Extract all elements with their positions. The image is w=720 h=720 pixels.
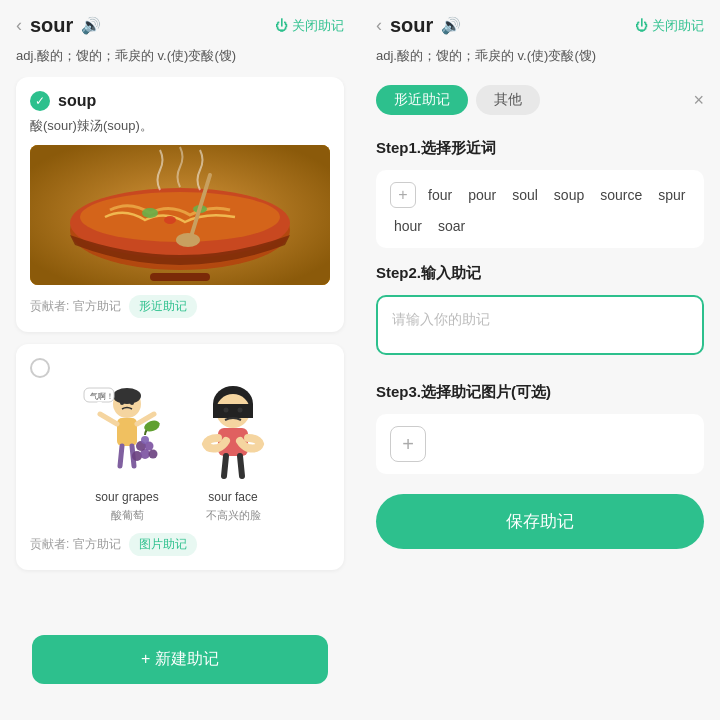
image-picker: + [376,414,704,474]
svg-rect-18 [117,418,137,446]
left-header: ‹ sour 🔊 ⏻ 关闭助记 [0,0,360,45]
illustrations-row: 气啊！ [30,386,330,523]
card-illus-contributor: 贡献者: 官方助记 [30,536,121,553]
right-close-label: 关闭助记 [652,17,704,35]
left-panel: ‹ sour 🔊 ⏻ 关闭助记 adj.酸的；馊的；乖戾的 v.(使)变酸(馊)… [0,0,360,720]
illus-sour-grapes-label: sour grapes [95,490,158,504]
word-chip-soul[interactable]: soul [508,185,542,205]
right-power-icon: ⏻ [635,18,648,33]
right-close-button[interactable]: ⏻ 关闭助记 [635,17,704,35]
card-soup-contributor: 贡献者: 官方助记 [30,298,121,315]
add-word-chip-button[interactable]: + [390,182,416,208]
left-bottom: + 新建助记 [0,623,360,720]
right-header: ‹ sour 🔊 ⏻ 关闭助记 [360,0,720,45]
left-word-title: sour [30,14,73,37]
card-soup-tag-btn[interactable]: 形近助记 [129,295,197,318]
word-chip-source[interactable]: source [596,185,646,205]
svg-point-27 [149,450,158,459]
card-illus-tag-btn[interactable]: 图片助记 [129,533,197,556]
svg-point-33 [224,408,229,413]
step3-title: Step3.选择助记图片(可选) [376,383,704,402]
card-soup-title: soup [58,92,96,110]
word-chip-spur[interactable]: spur [654,185,689,205]
illus-sour-grapes: 气啊！ [82,386,172,523]
svg-point-7 [164,216,176,224]
svg-line-36 [224,456,226,476]
right-back-button[interactable]: ‹ [376,15,382,36]
form-content: Step1.选择形近词 + four pour soul soup source… [360,123,720,720]
card-soup: ✓ soup 酸(sour)辣汤(soup)。 [16,77,344,332]
illus-sour-face-zh: 不高兴的脸 [206,508,261,523]
left-definition: adj.酸的；馊的；乖戾的 v.(使)变酸(馊) [0,45,360,77]
svg-point-13 [120,401,124,405]
svg-rect-10 [150,273,210,281]
card-soup-footer: 贡献者: 官方助记 形近助记 [30,295,330,318]
tabs-row: 形近助记 其他 × [360,77,720,123]
illus-sour-face: sour face 不高兴的脸 [188,386,278,523]
left-speaker-icon[interactable]: 🔊 [81,16,101,35]
cards-container: ✓ soup 酸(sour)辣汤(soup)。 [0,77,360,623]
word-chip-hour[interactable]: hour [390,216,426,236]
tab-other[interactable]: 其他 [476,85,540,115]
left-close-label: 关闭助记 [292,17,344,35]
right-speaker-icon[interactable]: 🔊 [441,16,461,35]
svg-line-37 [240,456,242,476]
panel-close-button[interactable]: × [693,90,704,111]
svg-point-9 [176,233,200,247]
svg-point-14 [130,401,134,405]
card-illustrations: 气啊！ [16,344,344,570]
svg-line-21 [120,446,122,466]
card-soup-header: ✓ soup [30,91,330,111]
left-back-button[interactable]: ‹ [16,15,22,36]
add-image-button[interactable]: + [390,426,426,462]
radio-icon[interactable] [30,358,50,378]
svg-marker-17 [97,402,102,406]
card-illus-footer: 贡献者: 官方助记 图片助记 [30,533,330,556]
word-chip-soup[interactable]: soup [550,185,588,205]
check-icon: ✓ [30,91,50,111]
card-soup-desc: 酸(sour)辣汤(soup)。 [30,117,330,135]
svg-point-12 [113,388,141,404]
svg-point-4 [80,192,280,242]
left-close-button[interactable]: ⏻ 关闭助记 [275,17,344,35]
right-panel: ‹ sour 🔊 ⏻ 关闭助记 adj.酸的；馊的；乖戾的 v.(使)变酸(馊)… [360,0,720,720]
word-chips-container: + four pour soul soup source spur hour s… [376,170,704,248]
illus-sour-face-label: sour face [208,490,257,504]
right-word-title: sour [390,14,433,37]
word-chip-pour[interactable]: pour [464,185,500,205]
svg-text:气啊！: 气啊！ [90,392,114,401]
memo-input[interactable] [376,295,704,355]
svg-line-19 [100,414,117,424]
word-chip-four[interactable]: four [424,185,456,205]
step1-title: Step1.选择形近词 [376,139,704,158]
sour-face-image [188,386,278,486]
step2-title: Step2.输入助记 [376,264,704,283]
illus-sour-grapes-zh: 酸葡萄 [111,508,144,523]
power-icon: ⏻ [275,18,288,33]
svg-point-28 [141,436,149,444]
svg-point-34 [238,408,243,413]
word-chip-soar[interactable]: soar [434,216,469,236]
save-memo-button[interactable]: 保存助记 [376,494,704,549]
card-illus-header [30,358,330,378]
card-soup-image [30,145,330,285]
sour-grapes-image: 气啊！ [82,386,172,486]
svg-point-5 [142,208,158,218]
right-definition: adj.酸的；馊的；乖戾的 v.(使)变酸(馊) [360,45,720,77]
add-memo-button[interactable]: + 新建助记 [32,635,328,684]
svg-rect-32 [213,404,253,418]
tab-similar-words[interactable]: 形近助记 [376,85,468,115]
